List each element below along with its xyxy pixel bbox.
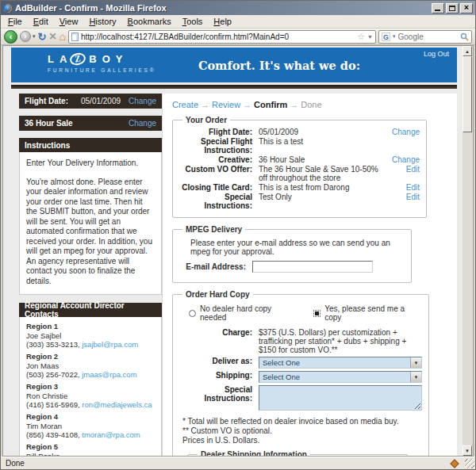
contact-region-3: Region 3 Ron Christie (416) 516-5969, ro… xyxy=(26,383,155,409)
custom-vo-edit-link[interactable]: Edit xyxy=(392,165,420,182)
charge-row: Charge: $375 (U.S. Dollars) per customiz… xyxy=(179,328,422,354)
yes-hard-copy-radio[interactable] xyxy=(313,310,321,317)
back-button[interactable]: ‹ xyxy=(4,30,17,44)
note-total: * Total will be reflected on dealer invo… xyxy=(182,417,422,426)
window-title: AdBuilder - Confirm - Mozilla Firefox xyxy=(15,3,432,13)
scroll-down-icon[interactable]: ▼ xyxy=(463,445,472,456)
dealer-shipping-legend: Dealer Shipping Information xyxy=(198,450,310,457)
order-hard-copy-section: Order Hard Copy No dealer hard copy need… xyxy=(172,290,429,457)
creative-change-link[interactable]: Change xyxy=(129,119,156,128)
contact-email-link[interactable]: ron@mediajewels.ca xyxy=(82,400,152,409)
shipping-select[interactable]: Select One ▼ xyxy=(259,371,422,383)
bookmark-star-icon[interactable]: ☆ xyxy=(357,32,365,42)
status-bar: Done xyxy=(1,457,475,469)
closing-title-edit-link[interactable]: Edit xyxy=(392,183,420,192)
contacts-box: Region 1 Joe Sajbel (303) 353-3213, jsaj… xyxy=(19,317,162,457)
menu-view[interactable]: View xyxy=(54,16,84,27)
special-instructions-edit-link[interactable]: Edit xyxy=(392,193,420,210)
creative-change-link[interactable]: Change xyxy=(392,155,420,164)
chevron-down-icon[interactable]: ▼ xyxy=(410,357,421,368)
forward-button[interactable]: › xyxy=(20,31,31,42)
minimize-button[interactable] xyxy=(432,3,444,13)
page-viewport: LA Z BOY FURNITURE GALLERIES® Comfort. I… xyxy=(2,45,463,457)
maximize-button[interactable] xyxy=(446,3,459,13)
order-row-flight-date: Flight Date: 05/01/2009 Change xyxy=(179,128,420,136)
home-icon[interactable]: ⌂ xyxy=(59,32,65,42)
dealer-shipping-section: Dealer Shipping Information Dealer Name:… xyxy=(187,450,408,457)
contact-phone: (856) 439-4108, xyxy=(26,430,80,439)
url-input[interactable] xyxy=(81,32,355,41)
tagline: Comfort. It's what we do: xyxy=(198,59,360,72)
scroll-up-icon[interactable]: ▲ xyxy=(463,46,472,56)
order-row-special-instructions: Special Instructions: Test Only Edit xyxy=(179,193,420,210)
breadcrumb-create[interactable]: Create xyxy=(172,100,198,109)
menu-help[interactable]: Help xyxy=(208,16,237,27)
resize-grip[interactable] xyxy=(465,459,474,468)
flight-date-change-link[interactable]: Change xyxy=(392,128,420,136)
google-icon: G xyxy=(382,32,390,41)
flight-date-value: 05/01/2009 xyxy=(81,97,121,105)
shipping-row: Shipping: Select One ▼ xyxy=(179,371,422,383)
logout-link[interactable]: Log Out xyxy=(424,50,449,58)
flight-date-label: Flight Date: xyxy=(25,97,68,105)
instructions-body: You're almost done. Please enter your de… xyxy=(26,178,155,287)
search-magnifier-icon[interactable] xyxy=(460,32,469,41)
deliver-as-label: Deliver as: xyxy=(179,357,252,369)
menu-tools[interactable]: Tools xyxy=(177,16,209,27)
contact-name: Tim Moran xyxy=(26,422,155,430)
search-input[interactable] xyxy=(398,32,458,41)
contact-region: Region 1 xyxy=(26,323,155,331)
url-bar[interactable]: ☆ ▼ xyxy=(68,30,376,44)
contact-email-link[interactable]: jmaas@rpa.com xyxy=(82,370,136,379)
search-bar[interactable]: G ▾ xyxy=(378,30,472,44)
charge-value: $375 (U.S. Dollars) per customization + … xyxy=(259,328,422,354)
search-engine-caret-icon[interactable]: ▾ xyxy=(393,33,396,40)
chevron-down-icon[interactable]: ▼ xyxy=(410,372,421,382)
contact-email-link[interactable]: tmoran@rpa.com xyxy=(82,430,140,439)
title-bar[interactable]: AdBuilder - Confirm - Mozilla Firefox × xyxy=(1,1,475,15)
forward-history-caret-icon[interactable]: ▾ xyxy=(33,33,36,40)
status-addon-icon[interactable] xyxy=(450,459,459,468)
your-order-section: Your Order Flight Date: 05/01/2009 Chang… xyxy=(172,116,427,218)
menu-edit[interactable]: Edit xyxy=(28,16,54,27)
breadcrumb-review[interactable]: Review xyxy=(212,100,240,109)
breadcrumb-done: Done xyxy=(301,100,321,109)
contact-region-4: Region 4 Tim Moran (856) 439-4108, tmora… xyxy=(26,413,155,439)
contact-name: Joe Sajbel xyxy=(26,332,155,340)
url-dropdown-icon[interactable]: ▼ xyxy=(367,34,373,40)
deliver-as-select[interactable]: Select One ▼ xyxy=(259,357,422,369)
contact-name: Jon Maas xyxy=(26,362,155,370)
mpeg-email-input[interactable] xyxy=(252,261,373,273)
yes-hard-copy-label[interactable]: Yes, please send me a copy xyxy=(324,304,422,322)
menu-bookmarks[interactable]: Bookmarks xyxy=(122,16,177,27)
mpeg-note: Please enter your e-mail address so we c… xyxy=(190,239,405,256)
contact-region: Region 5 xyxy=(26,443,155,451)
contact-region-1: Region 1 Joe Sajbel (303) 353-3213, jsaj… xyxy=(26,323,155,349)
instructions-box: Enter Your Delivery Information. You're … xyxy=(19,152,162,295)
flight-date-bar: Flight Date: 05/01/2009 Change xyxy=(19,94,162,109)
sidebar: Flight Date: 05/01/2009 Change 36 Hour S… xyxy=(19,94,162,457)
lazboy-logo: LA Z BOY FURNITURE GALLERIES® xyxy=(48,53,155,73)
email-address-label: E-mail Address: xyxy=(179,262,246,271)
no-hard-copy-radio[interactable] xyxy=(189,310,196,317)
menu-bar: File Edit View History Bookmarks Tools H… xyxy=(1,15,475,29)
mpeg-delivery-legend: MPEG Delivery xyxy=(182,225,245,234)
special-instructions-textarea[interactable] xyxy=(259,385,422,411)
contact-region: Region 4 xyxy=(26,413,155,421)
menu-file[interactable]: File xyxy=(2,16,28,27)
page-favicon xyxy=(71,32,79,41)
reload-icon[interactable]: ↻ xyxy=(38,32,47,42)
contact-region-5: Region 5 Bill Panko (312) 644-3632, bpan… xyxy=(26,443,155,457)
scrollbar-thumb[interactable] xyxy=(463,56,472,132)
order-hard-copy-legend: Order Hard Copy xyxy=(182,290,253,299)
contact-email-link[interactable]: jsajbel@rpa.com xyxy=(82,340,138,349)
vertical-scrollbar[interactable]: ▲ ▼ xyxy=(463,45,474,457)
no-hard-copy-label[interactable]: No dealer hard copy needed xyxy=(200,304,298,322)
your-order-legend: Your Order xyxy=(182,116,230,124)
contact-phone: (303) 353-3213, xyxy=(26,340,80,349)
flight-date-change-link[interactable]: Change xyxy=(129,97,156,105)
stop-icon[interactable]: ✕ xyxy=(48,32,56,42)
close-button[interactable]: × xyxy=(460,3,473,13)
menu-history[interactable]: History xyxy=(83,16,121,27)
logo-la: LA xyxy=(48,53,72,65)
